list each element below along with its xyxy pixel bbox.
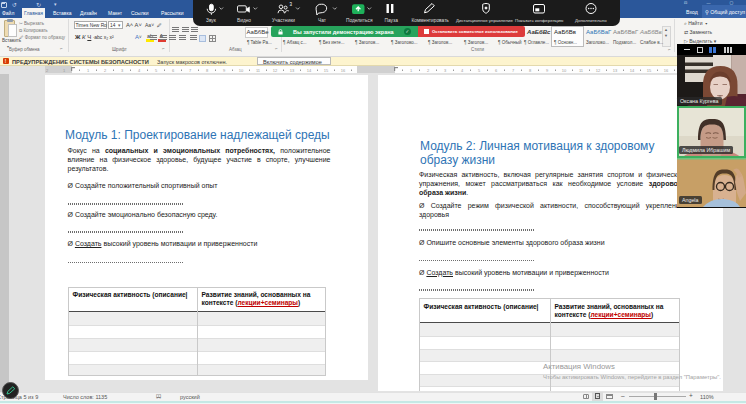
svg-text:2: 2 bbox=[104, 68, 107, 73]
svg-text:16: 16 bbox=[341, 68, 346, 73]
svg-text:9: 9 bbox=[546, 68, 549, 73]
svg-text:8: 8 bbox=[206, 68, 209, 73]
svg-text:13: 13 bbox=[613, 68, 618, 73]
svg-text:8: 8 bbox=[529, 68, 532, 73]
svg-text:9: 9 bbox=[223, 68, 226, 73]
svg-text:15: 15 bbox=[324, 68, 329, 73]
svg-text:2: 2 bbox=[427, 68, 430, 73]
svg-text:12: 12 bbox=[273, 68, 278, 73]
svg-text:12: 12 bbox=[596, 68, 601, 73]
svg-text:11: 11 bbox=[256, 68, 261, 73]
svg-text:15: 15 bbox=[647, 68, 652, 73]
svg-text:5: 5 bbox=[478, 68, 481, 73]
svg-text:3: 3 bbox=[444, 68, 447, 73]
svg-text:14: 14 bbox=[630, 68, 635, 73]
svg-text:13: 13 bbox=[290, 68, 295, 73]
svg-text:7: 7 bbox=[189, 68, 192, 73]
svg-text:7: 7 bbox=[512, 68, 515, 73]
svg-text:10: 10 bbox=[562, 68, 567, 73]
svg-text:2: 2 bbox=[46, 68, 49, 73]
svg-text:3: 3 bbox=[121, 68, 124, 73]
svg-text:1: 1 bbox=[63, 68, 66, 73]
svg-text:4: 4 bbox=[461, 68, 464, 73]
svg-text:1: 1 bbox=[87, 68, 90, 73]
svg-text:16: 16 bbox=[664, 68, 669, 73]
svg-text:5: 5 bbox=[155, 68, 158, 73]
svg-text:6: 6 bbox=[495, 68, 498, 73]
svg-text:11: 11 bbox=[579, 68, 584, 73]
svg-text:4: 4 bbox=[138, 68, 141, 73]
svg-text:1: 1 bbox=[410, 68, 413, 73]
svg-text:14: 14 bbox=[307, 68, 312, 73]
svg-text:3: 3 bbox=[290, 2, 293, 7]
svg-text:6: 6 bbox=[172, 68, 175, 73]
svg-text:10: 10 bbox=[239, 68, 244, 73]
